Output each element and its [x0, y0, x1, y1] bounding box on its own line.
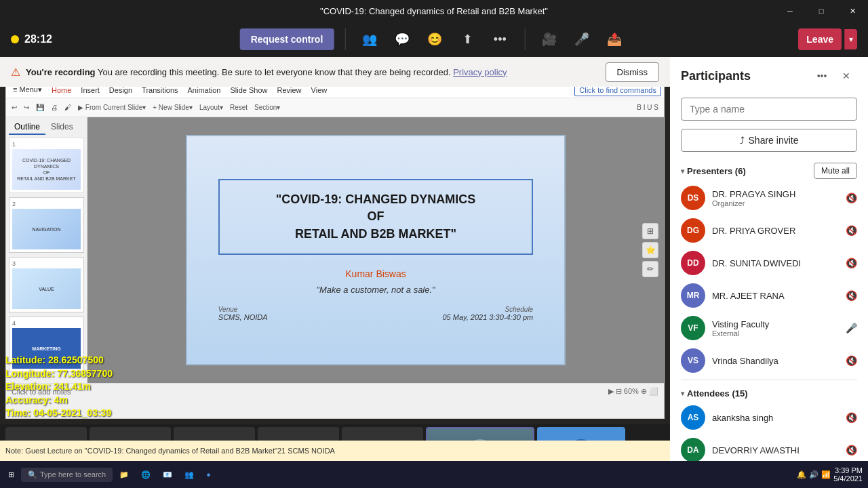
reactions-button[interactable]: 😊 [421, 26, 448, 53]
taskbar-browser[interactable]: 🌐 [136, 468, 156, 482]
zoom-controls[interactable]: ▶ ⊟ 60% ⊕ ⬜ [608, 387, 658, 396]
participant-info-devorriy: DEVORRIY AWASTHI [712, 445, 839, 455]
participant-ajeet: MR MR. AJEET RANA 🔇 [670, 279, 868, 312]
slide-thumb-2[interactable]: 2 NAVIGATION [9, 197, 84, 253]
participant-info-ajeet: MR. AJEET RANA [712, 291, 839, 301]
screen-share-button2[interactable]: 📤 [601, 26, 628, 53]
from-current-slide[interactable]: ▶ From Current Slide▾ [75, 102, 149, 113]
participant-info-akanksha: akanksha singh [712, 413, 839, 423]
mute-all-button[interactable]: Mute all [814, 163, 857, 179]
participant-info-priya: DR. PRIYA GROVER [712, 226, 839, 236]
slide-quote: "Make a customer, not a sale." [316, 285, 435, 295]
participant-name-visting: Visting Faculty [712, 319, 839, 329]
participant-visting: VF Visting Faculty External 🎤 [670, 312, 868, 344]
slide-footer: Venue SCMS, NOIDA Schedule 05 May, 2021 … [218, 306, 533, 321]
attendees-section-header: ▾ Attendees (15) [670, 383, 868, 401]
share-screen-button[interactable]: ⬆ [454, 26, 481, 53]
panel-close-button[interactable]: ✕ [835, 65, 857, 87]
leave-button[interactable]: Leave [798, 28, 842, 50]
participant-name-sunita: DR. SUNITA DWIVEDI [712, 258, 839, 268]
mic-akanksha: 🔇 [846, 412, 857, 423]
participants-button[interactable]: 👥 [356, 26, 383, 53]
timer-section: 28:12 [11, 33, 52, 45]
reset-btn[interactable]: Reset [227, 102, 250, 113]
taskbar-search[interactable]: 🔍 Type here to search [21, 468, 113, 482]
type-name-input[interactable] [681, 98, 857, 121]
outline-tab[interactable]: Outline [9, 120, 45, 135]
undo-btn[interactable]: ↩ [9, 102, 20, 113]
main-slide-view: "COVID-19: CHANGED DYNAMICS OF RETAIL AN… [87, 117, 664, 383]
taskbar-left: ⊞ 🔍 Type here to search 📁 🌐 📧 👥 ● [0, 468, 791, 482]
geo-elevation: Elevation: 241.41m [5, 380, 113, 394]
chat-button[interactable]: 💬 [389, 26, 416, 53]
call-timer: 28:12 [24, 33, 52, 45]
minimize-button[interactable]: ─ [774, 0, 806, 22]
slide-tool-1[interactable]: ⊞ [642, 223, 658, 239]
venue-label: Venue [218, 306, 268, 313]
maximize-button[interactable]: □ [806, 0, 837, 22]
taskbar-mail[interactable]: 📧 [157, 468, 178, 482]
start-button[interactable]: ⊞ [3, 468, 20, 482]
participant-name-devorriy: DEVORRIY AWASTHI [712, 445, 839, 455]
geo-longitude: Longitude: 77.36857700 [5, 367, 113, 381]
avatar-ajeet: MR [681, 283, 705, 308]
taskbar-chrome[interactable]: ● [201, 468, 216, 481]
slide-thumb-3[interactable]: 3 VALUE [9, 257, 84, 312]
toolbar-center: Request control 👥 💬 😊 ⬆ ••• 🎥 🎤 📤 [240, 26, 629, 53]
taskbar-network[interactable]: 📶 [821, 470, 831, 479]
participant-info-visting: Visting Faculty External [712, 319, 839, 338]
slide-panel: Outline Slides 1 COVID-19: CHANGED DYNAM… [6, 117, 664, 383]
camera-button[interactable]: 🎥 [536, 26, 563, 53]
taskbar-notification[interactable]: 🔔 [797, 470, 806, 479]
taskbar-volume[interactable]: 🔊 [809, 470, 818, 479]
slides-tab[interactable]: Slides [45, 120, 79, 135]
taskbar-folder[interactable]: 📁 [114, 468, 134, 482]
new-slide-btn[interactable]: + New Slide▾ [150, 102, 195, 113]
avatar-devorriy: DA [681, 438, 705, 462]
slide-presenter: Kumar Biswas [345, 268, 406, 279]
redo-btn[interactable]: ↪ [21, 102, 32, 113]
attendees-arrow: ▾ [681, 390, 684, 397]
presenters-arrow: ▾ [681, 167, 684, 175]
font-size[interactable]: B I U S [634, 102, 661, 113]
recording-label: You're recording [26, 67, 96, 77]
mic-pragya: 🔇 [846, 192, 857, 203]
panel-header-icons: ••• ✕ [811, 65, 857, 87]
attendees-label[interactable]: ▾ Attendees (15) [681, 388, 748, 399]
taskbar-teams[interactable]: 👥 [179, 468, 199, 482]
recording-text: You're recording You are recording this … [26, 67, 507, 77]
privacy-link[interactable]: Privacy policy [453, 67, 507, 77]
close-button[interactable]: ✕ [837, 0, 868, 22]
taskbar-time-value: 3:39 PM [833, 466, 863, 474]
presenters-title: Presenters (6) [687, 166, 746, 176]
schedule-value: 05 May, 2021 3:30-4:30 pm [442, 313, 533, 321]
recording-dot [11, 35, 19, 43]
venue-value: SCMS, NOIDA [218, 313, 268, 321]
panel-title: Participants [681, 69, 751, 83]
wps-toolbar-strip: ↩ ↪ 💾 🖨 🖌 ▶ From Current Slide▾ + New Sl… [6, 98, 664, 117]
slide-tool-2[interactable]: ⭐ [642, 242, 658, 258]
more-options-button[interactable]: ••• [486, 26, 513, 53]
avatar-priya: DG [681, 218, 705, 243]
leave-more-button[interactable]: ▾ [844, 29, 857, 49]
presenters-label[interactable]: ▾ Presenters (6) [681, 166, 746, 176]
share-invite-button[interactable]: ⤴ Share invite [681, 129, 857, 152]
slide-tool-3[interactable]: ✏ [642, 261, 658, 277]
mic-button[interactable]: 🎤 [568, 26, 595, 53]
panel-more-button[interactable]: ••• [811, 65, 833, 87]
save-btn[interactable]: 💾 [33, 102, 47, 113]
format-btn[interactable]: 🖌 [62, 102, 74, 113]
slide-thumb-1[interactable]: 1 COVID-19: CHANGED DYNAMICSOFRETAIL AND… [9, 138, 84, 193]
request-control-button[interactable]: Request control [240, 28, 334, 50]
taskbar-search-text: Type here to search [40, 470, 106, 479]
avatar-vrinda: VS [681, 348, 705, 373]
layout-btn[interactable]: Layout▾ [197, 102, 226, 113]
mic-vrinda: 🔇 [846, 355, 857, 366]
geo-time: Time: 04-05-2021_03:39 [5, 407, 113, 420]
print-btn[interactable]: 🖨 [48, 102, 60, 113]
slide-tools-right: ⊞ ⭐ ✏ [642, 223, 658, 277]
taskbar-right: 🔔 🔊 📶 3:39 PM 5/4/2021 [791, 466, 868, 483]
section-btn[interactable]: Section▾ [252, 102, 283, 113]
dismiss-button[interactable]: Dismiss [606, 62, 660, 82]
participant-pragya-singh: DS DR. PRAGYA SINGH Organizer 🔇 [670, 182, 868, 214]
